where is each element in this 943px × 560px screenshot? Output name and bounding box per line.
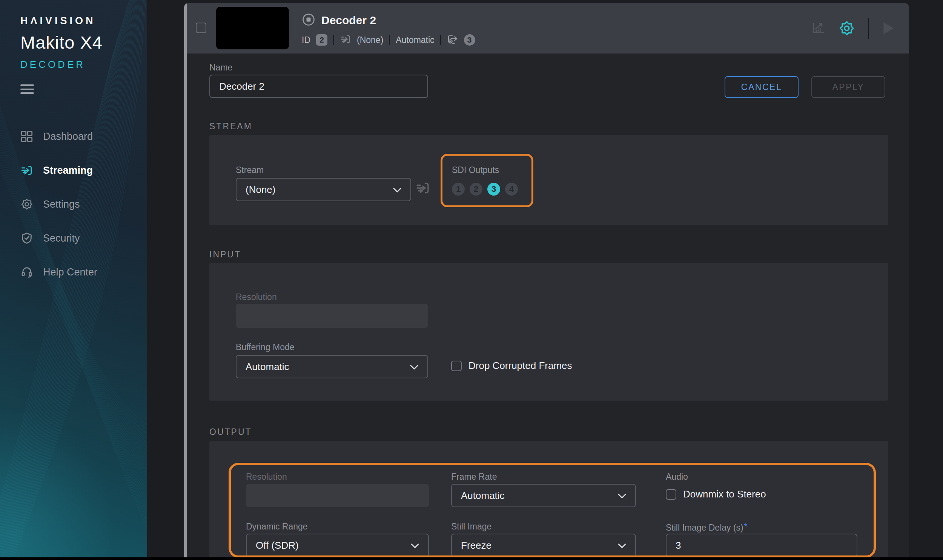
shield-icon xyxy=(20,232,33,245)
headset-icon xyxy=(20,266,33,278)
output-resolution-field xyxy=(246,484,429,507)
frame-rate-value: Automatic xyxy=(461,490,505,502)
sidebar-nav: Dashboard Streaming xyxy=(0,125,147,284)
id-badge: 2 xyxy=(316,34,327,46)
chevron-down-icon xyxy=(410,361,418,373)
frame-rate-label: Frame Rate xyxy=(451,472,497,482)
buffering-mode-label: Buffering Mode xyxy=(236,342,295,352)
stream-card: Stream (None) SDI Outputs 1 2 3 4 xyxy=(209,135,888,225)
brand-logo: HΛIVISION Makito X4 DECODER xyxy=(20,15,103,71)
start-decoder-button[interactable] xyxy=(883,22,895,35)
required-asterisk: * xyxy=(744,522,748,531)
gear-icon xyxy=(20,198,33,211)
buffering-mode-select[interactable]: Automatic xyxy=(236,355,428,378)
statistics-button[interactable] xyxy=(811,21,825,35)
sdi-count-badge: 3 xyxy=(464,34,475,46)
chevron-down-icon xyxy=(618,490,626,502)
sdi-output-1-button[interactable]: 1 xyxy=(452,183,465,195)
output-resolution-label: Resolution xyxy=(246,472,287,482)
video-preview-thumbnail xyxy=(216,7,289,49)
settings-gear-button[interactable] xyxy=(839,20,855,36)
stream-label: Stream xyxy=(236,165,264,175)
drop-corrupted-frames-checkbox[interactable] xyxy=(451,361,462,371)
output-section-title: OUTPUT xyxy=(209,427,252,437)
frame-rate-select[interactable]: Automatic xyxy=(451,484,636,507)
brand-mode: DECODER xyxy=(20,59,103,71)
input-resolution-field xyxy=(236,304,428,328)
downmix-to-stereo-label: Downmix to Stereo xyxy=(683,488,766,500)
brand-product: Makito X4 xyxy=(20,32,103,53)
apply-button[interactable]: APPLY xyxy=(811,76,885,98)
meta-divider xyxy=(389,35,390,45)
sidebar-item-streaming[interactable]: Streaming xyxy=(0,158,147,182)
sdi-output-4-button[interactable]: 4 xyxy=(505,183,518,195)
still-image-select[interactable]: Freeze xyxy=(451,534,636,557)
meta-divider xyxy=(440,35,441,45)
header-actions xyxy=(811,3,895,54)
sdi-output-icon xyxy=(447,34,458,46)
chevron-down-icon xyxy=(618,540,626,551)
stream-select[interactable]: (None) xyxy=(236,178,411,201)
drop-corrupted-frames-label: Drop Corrupted Frames xyxy=(469,360,572,372)
sdi-output-2-button[interactable]: 2 xyxy=(470,183,482,195)
stream-value: (None) xyxy=(357,35,383,45)
sidebar-item-label: Dashboard xyxy=(43,131,93,142)
audio-label: Audio xyxy=(666,472,688,482)
sidebar-item-label: Security xyxy=(43,232,80,244)
decoder-header: Decoder 2 ID 2 (None) Automatic xyxy=(187,3,909,54)
cancel-button[interactable]: CANCEL xyxy=(725,76,798,98)
decoder-name-input[interactable] xyxy=(209,75,428,98)
brand-company: HΛIVISION xyxy=(20,15,103,27)
bottom-bar xyxy=(0,557,943,560)
sdi-outputs-label: SDI Outputs xyxy=(452,165,499,175)
chevron-down-icon xyxy=(393,184,401,195)
input-section-title: INPUT xyxy=(209,249,241,260)
stream-section-title: STREAM xyxy=(209,122,252,132)
still-image-delay-input[interactable] xyxy=(666,534,857,557)
decoder-titleblock: Decoder 2 ID 2 (None) Automatic xyxy=(302,13,475,46)
mode-value: Automatic xyxy=(396,35,434,45)
sdi-output-3-button[interactable]: 3 xyxy=(487,183,500,195)
sidebar-item-settings[interactable]: Settings xyxy=(0,192,147,216)
input-resolution-label: Resolution xyxy=(236,292,277,302)
header-divider xyxy=(868,18,869,39)
decoder-meta: ID 2 (None) Automatic xyxy=(302,34,475,46)
decoder-panel: Decoder 2 ID 2 (None) Automatic xyxy=(184,3,909,558)
stream-icon xyxy=(340,34,351,46)
dynamic-range-label: Dynamic Range xyxy=(246,522,308,532)
downmix-to-stereo-checkbox[interactable] xyxy=(666,489,676,500)
sidebar-item-dashboard[interactable]: Dashboard xyxy=(0,125,147,148)
stopped-status-icon xyxy=(302,13,315,28)
name-label: Name xyxy=(209,63,232,73)
output-card: Resolution Dynamic Range Off (SDR) Frame… xyxy=(209,441,888,558)
sidebar-item-label: Streaming xyxy=(43,165,93,176)
still-image-value: Freeze xyxy=(461,540,491,551)
decoder-select-checkbox[interactable] xyxy=(196,23,206,33)
decoder-title: Decoder 2 xyxy=(321,14,376,27)
sidebar: HΛIVISION Makito X4 DECODER Dashboard xyxy=(0,0,147,558)
stream-link-icon xyxy=(415,181,431,197)
panel-scrollbar[interactable] xyxy=(184,3,187,558)
sidebar-item-security[interactable]: Security xyxy=(0,226,147,250)
still-image-delay-label: Still Image Delay (s)* xyxy=(666,522,747,533)
dashboard-icon xyxy=(20,130,33,143)
stream-select-value: (None) xyxy=(245,184,275,195)
dynamic-range-select[interactable]: Off (SDR) xyxy=(246,534,429,557)
annotation-highlight-sdi xyxy=(441,154,533,207)
sidebar-item-label: Settings xyxy=(43,198,80,210)
input-card: Resolution Buffering Mode Automatic Drop… xyxy=(209,263,888,401)
sdi-outputs-group: 1 2 3 4 xyxy=(452,183,518,195)
buffering-mode-value: Automatic xyxy=(245,361,289,373)
sidebar-item-label: Help Center xyxy=(43,266,97,278)
chevron-down-icon xyxy=(411,540,419,551)
meta-divider xyxy=(333,35,334,45)
still-image-label: Still Image xyxy=(451,522,491,532)
dynamic-range-value: Off (SDR) xyxy=(256,540,299,551)
sidebar-item-help-center[interactable]: Help Center xyxy=(0,260,147,284)
menu-toggle-icon[interactable] xyxy=(20,85,34,97)
id-label: ID xyxy=(302,35,310,45)
app-root: HΛIVISION Makito X4 DECODER Dashboard xyxy=(0,0,943,560)
streaming-icon xyxy=(20,164,33,177)
